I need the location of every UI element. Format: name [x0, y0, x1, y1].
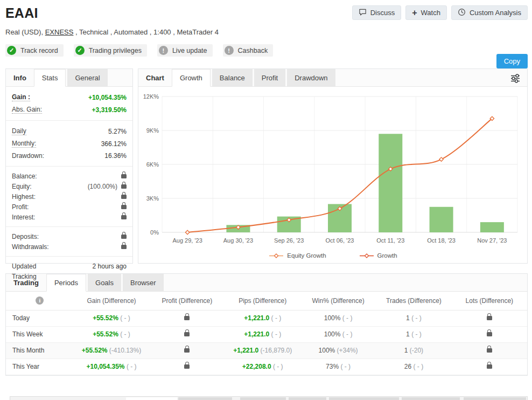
gain-diff: ( - ) — [120, 314, 130, 322]
watch-label: Watch — [421, 9, 440, 17]
withdrawals-label: Withdrawals: — [12, 243, 49, 251]
x-tick-label: Aug 30, '23 — [223, 237, 253, 244]
lock-icon — [184, 332, 190, 336]
next-tab — [289, 397, 326, 400]
tab-profit[interactable]: Profit — [254, 69, 285, 86]
copy-button[interactable]: Copy — [496, 54, 528, 68]
deposits-group: Deposits: Withdrawals: — [6, 227, 132, 257]
lock-icon — [487, 364, 492, 369]
lock-icon — [184, 364, 190, 369]
badge-label: Trading privileges — [89, 47, 142, 54]
lock-icon — [487, 332, 492, 336]
lock-icon — [121, 195, 127, 199]
col-gain: Gain (Difference) — [74, 292, 149, 310]
pips-diff: (-16,879.0) — [261, 347, 292, 354]
col-profit: Profit (Difference) — [149, 292, 225, 310]
header: EAAI Discuss + Watch Custom Analysis — [5, 4, 528, 21]
watch-button[interactable]: + Watch — [405, 5, 447, 20]
chart-settings-icon[interactable] — [510, 73, 521, 86]
tab-periods[interactable]: Periods — [46, 274, 86, 292]
trades-diff: ( - ) — [411, 330, 422, 338]
legend-marker-icon — [360, 253, 374, 258]
stats-panel-title: Info — [6, 69, 34, 86]
growth-chart: 0%3K%6K%9K%12K%Aug 29, '23Aug 30, '23Sep… — [138, 87, 527, 259]
lock-icon — [121, 174, 127, 178]
trades-value: 26 — [404, 363, 411, 370]
growth-bar — [480, 222, 504, 232]
daily-label[interactable]: Daily — [12, 127, 26, 135]
pips-value: +1,221.0 — [244, 314, 269, 322]
gain-value: +55.52% — [82, 347, 108, 354]
abs-gain-label[interactable]: Abs. Gain: — [12, 106, 42, 114]
table-row-today: Today +55.52% ( - ) +1,221.0 ( - ) 100% … — [6, 310, 527, 326]
badge-track-record[interactable]: ✓ Track record — [5, 44, 64, 57]
rates-group: Daily 5.27% Monthly: 366.12% Drawdown: 1… — [6, 121, 132, 167]
chart-panel-title: Chart — [138, 69, 172, 86]
drawdown-label: Drawdown: — [12, 152, 44, 160]
next-tab — [240, 397, 286, 400]
next-tab — [178, 397, 232, 400]
stat-row-gain: Gain : +10,054.35% — [12, 91, 127, 104]
stat-row-balance: Balance: — [12, 171, 127, 181]
custom-analysis-label: Custom Analysis — [470, 9, 521, 17]
lock-icon — [121, 205, 127, 209]
info-icon[interactable]: i — [36, 296, 44, 305]
tab-drawdown[interactable]: Drawdown — [287, 69, 335, 86]
daily-value: 5.27% — [108, 128, 127, 135]
period-label: This Week — [6, 326, 74, 342]
col-win: Win% (Difference) — [300, 292, 376, 310]
chart-legend: Equity Growth Growth — [141, 252, 526, 259]
lock-icon — [121, 215, 127, 219]
gain-diff: ( - ) — [127, 363, 137, 370]
stats-tabbar: Info Stats General — [6, 69, 132, 87]
stat-row-deposits: Deposits: — [12, 231, 127, 242]
updated-value: 2 hours ago — [93, 263, 127, 270]
discuss-button[interactable]: Discuss — [352, 5, 402, 20]
custom-analysis-button[interactable]: Custom Analysis — [451, 5, 528, 20]
tab-growth[interactable]: Growth — [172, 69, 211, 87]
tab-goals[interactable]: Goals — [88, 274, 121, 291]
table-row-this-month: This Month +55.52% (-410.13%) +1,221.0 (… — [6, 342, 527, 358]
check-icon: ✓ — [7, 46, 16, 55]
y-tick-label: 12K% — [143, 93, 159, 100]
trades-value: 1 — [406, 330, 410, 338]
legend-marker-icon — [269, 253, 283, 258]
periods-panel-title: Trading — [6, 274, 46, 291]
period-label: This Year — [6, 358, 74, 375]
data-point-marker — [185, 230, 189, 234]
badge-live-update[interactable]: ! Live update — [157, 44, 213, 57]
win-value: 100% — [324, 330, 341, 338]
broker-link[interactable]: EXNESS — [45, 28, 74, 36]
y-tick-label: 0% — [150, 229, 159, 236]
badge-trading-privileges[interactable]: ✓ Trading privileges — [74, 44, 147, 57]
stat-row-highest: Highest: — [12, 191, 127, 202]
badge-cashback[interactable]: ! Cashback — [223, 44, 274, 57]
tab-browser[interactable]: Browser — [123, 274, 164, 291]
next-tab — [402, 397, 460, 400]
lock-icon — [121, 235, 127, 239]
trades-diff: (-20) — [410, 347, 423, 354]
updated-label: Updated — [12, 263, 36, 270]
lock-icon — [184, 316, 190, 320]
growth-bar — [430, 207, 453, 232]
tab-balance[interactable]: Balance — [212, 69, 253, 86]
subtitle-suffix: , Technical , Automated , 1:400 , MetaTr… — [73, 28, 219, 36]
col-lots: Lots (Difference) — [452, 292, 527, 310]
gain-group: Gain : +10,054.35% Abs. Gain: +3,319.50% — [6, 87, 132, 121]
lock-icon — [487, 348, 492, 353]
pips-diff: ( - ) — [273, 363, 283, 370]
subtitle-prefix: Real (USD), — [5, 28, 45, 36]
x-tick-label: Aug 29, '23 — [172, 237, 202, 244]
gain-value: +55.52% — [93, 330, 118, 338]
exclamation-icon: ! — [225, 46, 234, 55]
monthly-label[interactable]: Monthly: — [12, 140, 36, 148]
stat-row-daily: Daily 5.27% — [12, 125, 127, 137]
gain-value: +10,054.35% — [86, 363, 124, 370]
gain-label[interactable]: Gain : — [12, 93, 30, 101]
win-diff: ( - ) — [340, 363, 351, 370]
legend-growth[interactable]: Growth — [360, 252, 397, 259]
tab-stats[interactable]: Stats — [34, 69, 66, 87]
legend-equity-growth[interactable]: Equity Growth — [269, 252, 326, 259]
tab-general[interactable]: General — [67, 69, 107, 86]
growth-chart-svg: 0%3K%6K%9K%12K%Aug 29, '23Aug 30, '23Sep… — [141, 89, 523, 249]
